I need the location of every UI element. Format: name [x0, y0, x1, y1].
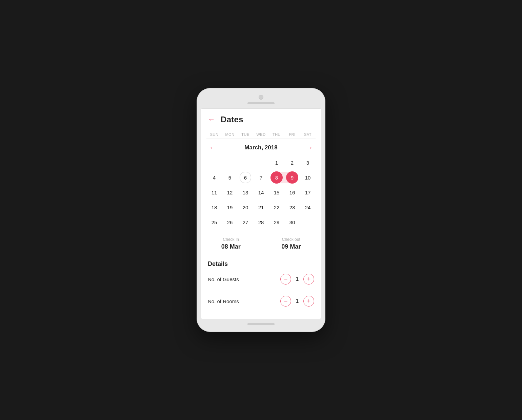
- calendar-day-22[interactable]: 22: [269, 201, 284, 214]
- rooms-value: 1: [295, 298, 300, 304]
- check-in-date: 08 Mar: [206, 243, 256, 250]
- guests-value: 1: [295, 276, 300, 282]
- guests-label: No. of Guests: [208, 276, 239, 282]
- rooms-label: No. of Rooms: [208, 298, 239, 304]
- details-section: Details No. of Guests − 1 + No. of Rooms…: [201, 255, 321, 319]
- calendar-day-10[interactable]: 10: [300, 171, 316, 184]
- check-out-panel[interactable]: Check out 09 Mar: [261, 233, 321, 255]
- back-button[interactable]: ←: [208, 115, 215, 124]
- calendar-day-15[interactable]: 15: [269, 186, 284, 199]
- calendar-empty: [300, 216, 316, 229]
- check-in-panel[interactable]: Check In 08 Mar: [201, 233, 261, 255]
- calendar-empty: [222, 156, 238, 169]
- weekday-fri: FRI: [284, 132, 300, 136]
- calendar-day-16[interactable]: 16: [284, 186, 300, 199]
- calendar-day-21[interactable]: 21: [253, 201, 269, 214]
- calendar-empty: [206, 156, 222, 169]
- calendar-day-20[interactable]: 20: [238, 201, 253, 214]
- calendar-day-25[interactable]: 25: [206, 216, 222, 229]
- check-in-label: Check In: [206, 237, 256, 242]
- calendar-day-28[interactable]: 28: [253, 216, 269, 229]
- phone-speaker-bottom: [247, 323, 275, 325]
- page-title: Dates: [221, 115, 243, 124]
- calendar-day-1[interactable]: 1: [269, 156, 284, 169]
- weekday-tue: TUE: [238, 132, 253, 136]
- weekday-sun: SUN: [206, 132, 222, 136]
- calendar-day-17[interactable]: 17: [300, 186, 316, 199]
- calendar-day-27[interactable]: 27: [238, 216, 253, 229]
- calendar-day-14[interactable]: 14: [253, 186, 269, 199]
- calendar-grid: 1234567891011121314151617181920212223242…: [206, 155, 316, 233]
- app-header: ← Dates: [201, 109, 321, 129]
- next-month-button[interactable]: →: [306, 144, 313, 151]
- guests-row: No. of Guests − 1 +: [208, 274, 314, 285]
- details-title: Details: [208, 260, 314, 268]
- phone-frame: ← Dates SUN MON TUE WED THU FRI SAT ← Ma…: [197, 88, 325, 332]
- guests-counter: − 1 +: [280, 274, 314, 285]
- rooms-increment-button[interactable]: +: [303, 296, 314, 307]
- rooms-row: No. of Rooms − 1 +: [208, 296, 314, 307]
- calendar: SUN MON TUE WED THU FRI SAT ← March, 201…: [201, 129, 321, 233]
- calendar-empty: [238, 156, 253, 169]
- calendar-nav: ← March, 2018 →: [206, 139, 316, 155]
- calendar-day-8[interactable]: 8: [269, 171, 284, 184]
- check-out-date: 09 Mar: [267, 243, 316, 250]
- check-bar: Check In 08 Mar Check out 09 Mar: [201, 233, 321, 255]
- calendar-day-26[interactable]: 26: [222, 216, 238, 229]
- rooms-decrement-button[interactable]: −: [280, 296, 291, 307]
- calendar-day-4[interactable]: 4: [206, 171, 222, 184]
- weekday-header: SUN MON TUE WED THU FRI SAT: [206, 129, 316, 139]
- calendar-day-11[interactable]: 11: [206, 186, 222, 199]
- calendar-day-3[interactable]: 3: [300, 156, 316, 169]
- guests-decrement-button[interactable]: −: [280, 274, 291, 285]
- calendar-day-7[interactable]: 7: [253, 171, 269, 184]
- weekday-mon: MON: [222, 132, 238, 136]
- calendar-day-6[interactable]: 6: [240, 172, 251, 183]
- calendar-day-12[interactable]: 12: [222, 186, 238, 199]
- calendar-empty: [253, 156, 269, 169]
- calendar-day-5[interactable]: 5: [222, 171, 238, 184]
- check-out-label: Check out: [267, 237, 316, 242]
- phone-screen: ← Dates SUN MON TUE WED THU FRI SAT ← Ma…: [201, 108, 321, 319]
- guests-increment-button[interactable]: +: [303, 274, 314, 285]
- calendar-day-23[interactable]: 23: [284, 201, 300, 214]
- weekday-sat: SAT: [300, 132, 316, 136]
- weekday-wed: WED: [253, 132, 269, 136]
- phone-camera: [259, 95, 263, 100]
- prev-month-button[interactable]: ←: [209, 144, 216, 151]
- rooms-counter: − 1 +: [280, 296, 314, 307]
- calendar-day-29[interactable]: 29: [269, 216, 284, 229]
- calendar-day-24[interactable]: 24: [300, 201, 316, 214]
- calendar-day-2[interactable]: 2: [284, 156, 300, 169]
- calendar-day-18[interactable]: 18: [206, 201, 222, 214]
- phone-speaker-top: [247, 102, 275, 104]
- calendar-day-13[interactable]: 13: [238, 186, 253, 199]
- month-title: March, 2018: [244, 144, 277, 151]
- weekday-thu: THU: [269, 132, 284, 136]
- calendar-day-19[interactable]: 19: [222, 201, 238, 214]
- calendar-day-9[interactable]: 9: [284, 171, 300, 184]
- calendar-day-30[interactable]: 30: [284, 216, 300, 229]
- divider: [215, 290, 307, 290]
